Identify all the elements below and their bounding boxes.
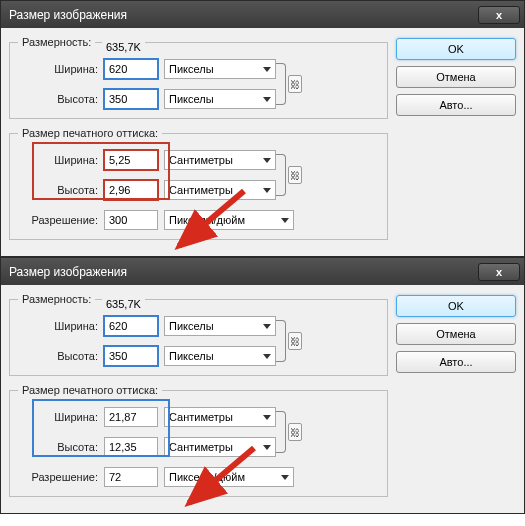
link-bracket-icon bbox=[276, 63, 286, 105]
left-pane: Размерность: 635,7K Ширина: 620 Пикселы … bbox=[9, 293, 388, 505]
resolution-unit-select[interactable]: Пикселы/дюйм bbox=[164, 467, 294, 487]
dialog-body: Размерность: 635,7K Ширина: 620 Пикселы … bbox=[1, 28, 524, 256]
pixel-height-unit-select[interactable]: Пикселы bbox=[164, 346, 276, 366]
chevron-down-icon bbox=[263, 188, 271, 193]
pixel-width-input[interactable]: 620 bbox=[104, 59, 158, 79]
doc-height-unit-select[interactable]: Сантиметры bbox=[164, 180, 276, 200]
doc-width-unit-select[interactable]: Сантиметры bbox=[164, 407, 276, 427]
chevron-down-icon bbox=[263, 97, 271, 102]
window-title: Размер изображения bbox=[9, 8, 438, 22]
close-icon: x bbox=[496, 266, 502, 278]
chevron-down-icon bbox=[263, 324, 271, 329]
pixel-dimensions-legend: Размерность: bbox=[18, 36, 95, 48]
doc-link-container: ⛓ bbox=[276, 411, 302, 453]
pixel-dimensions-group: Размерность: 635,7K Ширина: 620 Пикселы … bbox=[9, 36, 388, 119]
dialog-body: Размерность: 635,7K Ширина: 620 Пикселы … bbox=[1, 285, 524, 513]
right-pane: OK Отмена Авто... bbox=[396, 293, 516, 505]
cancel-button[interactable]: Отмена bbox=[396, 66, 516, 88]
doc-width-label: Ширина: bbox=[18, 154, 98, 166]
pixel-height-input[interactable]: 350 bbox=[104, 346, 158, 366]
doc-height-input[interactable]: 12,35 bbox=[104, 437, 158, 457]
resolution-input[interactable]: 72 bbox=[104, 467, 158, 487]
doc-width-input[interactable]: 21,87 bbox=[104, 407, 158, 427]
pixel-width-input[interactable]: 620 bbox=[104, 316, 158, 336]
ok-button[interactable]: OK bbox=[396, 38, 516, 60]
doc-height-unit-select[interactable]: Сантиметры bbox=[164, 437, 276, 457]
chevron-down-icon bbox=[263, 354, 271, 359]
close-icon: x bbox=[496, 9, 502, 21]
link-bracket-icon bbox=[276, 154, 286, 196]
document-size-group: Размер печатного оттиска: Ширина: 5,25 С… bbox=[9, 127, 388, 240]
titlebar: Размер изображения x bbox=[1, 1, 524, 28]
auto-button[interactable]: Авто... bbox=[396, 94, 516, 116]
pixel-height-unit-select[interactable]: Пикселы bbox=[164, 89, 276, 109]
chevron-down-icon bbox=[281, 475, 289, 480]
pixel-dimensions-legend: Размерность: bbox=[18, 293, 95, 305]
height-label: Высота: bbox=[18, 93, 98, 105]
doc-width-unit-select[interactable]: Сантиметры bbox=[164, 150, 276, 170]
pixel-link-container: ⛓ bbox=[276, 63, 302, 105]
resolution-unit-select[interactable]: Пикселы/дюйм bbox=[164, 210, 294, 230]
width-label: Ширина: bbox=[18, 320, 98, 332]
resolution-label: Разрешение: bbox=[18, 471, 98, 483]
chevron-down-icon bbox=[281, 218, 289, 223]
doc-width-input[interactable]: 5,25 bbox=[104, 150, 158, 170]
doc-width-label: Ширина: bbox=[18, 411, 98, 423]
chevron-down-icon bbox=[263, 158, 271, 163]
doc-constrain-button[interactable]: ⛓ bbox=[288, 166, 302, 184]
window-title: Размер изображения bbox=[9, 265, 438, 279]
chevron-down-icon bbox=[263, 415, 271, 420]
pixel-dimensions-group: Размерность: 635,7K Ширина: 620 Пикселы … bbox=[9, 293, 388, 376]
image-size-dialog-1: Размер изображения x Размерность: 635,7K… bbox=[0, 0, 525, 257]
chevron-down-icon bbox=[263, 67, 271, 72]
ok-button[interactable]: OK bbox=[396, 295, 516, 317]
pixel-dimensions-value: 635,7K bbox=[102, 41, 145, 53]
doc-height-label: Высота: bbox=[18, 441, 98, 453]
left-pane: Размерность: 635,7K Ширина: 620 Пикселы … bbox=[9, 36, 388, 248]
pixel-link-container: ⛓ bbox=[276, 320, 302, 362]
resolution-label: Разрешение: bbox=[18, 214, 98, 226]
close-button[interactable]: x bbox=[478, 263, 520, 281]
pixel-width-unit-select[interactable]: Пикселы bbox=[164, 59, 276, 79]
pixel-dimensions-value: 635,7K bbox=[102, 298, 145, 310]
document-size-legend: Размер печатного оттиска: bbox=[18, 127, 162, 139]
constrain-proportions-button[interactable]: ⛓ bbox=[288, 332, 302, 350]
doc-link-container: ⛓ bbox=[276, 154, 302, 196]
right-pane: OK Отмена Авто... bbox=[396, 36, 516, 248]
chevron-down-icon bbox=[263, 445, 271, 450]
doc-height-input[interactable]: 2,96 bbox=[104, 180, 158, 200]
doc-height-label: Высота: bbox=[18, 184, 98, 196]
titlebar: Размер изображения x bbox=[1, 258, 524, 285]
link-bracket-icon bbox=[276, 411, 286, 453]
link-bracket-icon bbox=[276, 320, 286, 362]
image-size-dialog-2: Размер изображения x Размерность: 635,7K… bbox=[0, 257, 525, 514]
close-button[interactable]: x bbox=[478, 6, 520, 24]
resolution-input[interactable]: 300 bbox=[104, 210, 158, 230]
doc-constrain-button[interactable]: ⛓ bbox=[288, 423, 302, 441]
height-label: Высота: bbox=[18, 350, 98, 362]
pixel-height-input[interactable]: 350 bbox=[104, 89, 158, 109]
document-size-legend: Размер печатного оттиска: bbox=[18, 384, 162, 396]
constrain-proportions-button[interactable]: ⛓ bbox=[288, 75, 302, 93]
auto-button[interactable]: Авто... bbox=[396, 351, 516, 373]
width-label: Ширина: bbox=[18, 63, 98, 75]
document-size-group: Размер печатного оттиска: Ширина: 21,87 … bbox=[9, 384, 388, 497]
cancel-button[interactable]: Отмена bbox=[396, 323, 516, 345]
pixel-width-unit-select[interactable]: Пикселы bbox=[164, 316, 276, 336]
